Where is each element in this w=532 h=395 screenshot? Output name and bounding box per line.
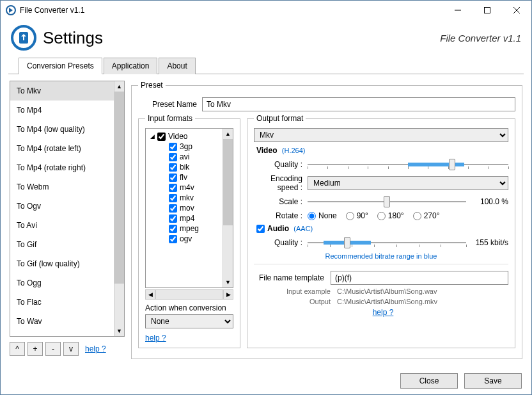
input-example-value: C:\Music\Artist\Album\Song.wav: [337, 287, 437, 295]
move-up-button[interactable]: ^: [10, 342, 25, 356]
page-title: Settings: [43, 28, 103, 48]
tree-group-video[interactable]: ◢Video: [148, 131, 230, 141]
tree-item[interactable]: avi: [148, 152, 230, 162]
output-example-value: C:\Music\Artist\Album\Song.mkv: [337, 298, 437, 305]
list-item[interactable]: To Gif: [10, 235, 124, 254]
tab-bar: Conversion Presets Application About: [8, 57, 524, 74]
save-button[interactable]: Save: [464, 373, 522, 389]
output-format-fieldset: Output format Mkv Video (H.264) Quality …: [247, 114, 515, 348]
video-section-title: Video: [256, 146, 277, 155]
svg-rect-2: [485, 8, 490, 13]
input-formats-legend: Input formats: [145, 114, 195, 123]
preset-list-scrollbar[interactable]: ▲▼: [114, 81, 124, 336]
output-format-legend: Output format: [254, 114, 306, 123]
rotate-180[interactable]: 180°: [377, 211, 404, 220]
remove-button[interactable]: -: [45, 342, 61, 356]
list-item[interactable]: To Mp4 (rotate left): [10, 139, 124, 158]
tab-about[interactable]: About: [159, 58, 195, 74]
audio-section-title: Audio: [267, 224, 289, 233]
list-item[interactable]: To Mp4 (rotate right): [10, 158, 124, 177]
tree-item[interactable]: flv: [148, 172, 230, 182]
rotate-label: Rotate :: [254, 211, 308, 220]
preset-fieldset: Preset Preset Name Input formats ◢Video …: [131, 81, 522, 359]
filename-template-label: File name template: [254, 273, 331, 282]
output-format-select[interactable]: Mkv: [254, 128, 508, 142]
help-link[interactable]: help ?: [145, 334, 166, 343]
scale-label: Scale :: [254, 197, 308, 206]
tree-hscrollbar[interactable]: ◀▶: [145, 289, 233, 300]
action-label: Action when conversion: [145, 303, 233, 312]
input-formats-tree[interactable]: ◢Video 3gp avi bik flv m4v mkv mov mp4 m…: [145, 128, 233, 288]
preset-name-label: Preset Name: [138, 100, 202, 109]
rotate-radios: None 90° 180° 270°: [308, 211, 508, 220]
close-button[interactable]: [502, 1, 531, 20]
audio-enable-checkbox[interactable]: [256, 225, 265, 233]
audio-quality-slider[interactable]: [308, 236, 466, 250]
video-codec-label: (H.264): [282, 147, 306, 154]
list-item[interactable]: To Flac: [10, 293, 124, 312]
brand-label: File Converter v1.1: [103, 33, 521, 44]
input-formats-fieldset: Input formats ◢Video 3gp avi bik flv m4v…: [138, 114, 240, 348]
app-icon: [6, 5, 16, 15]
input-example-label: Input example: [254, 287, 337, 295]
tree-item[interactable]: mpeg: [148, 223, 230, 234]
tree-item[interactable]: mp4: [148, 213, 230, 223]
maximize-button[interactable]: [473, 1, 502, 20]
list-item[interactable]: To Gif (low quality): [10, 254, 124, 273]
encoding-speed-label: Encoding speed :: [254, 174, 308, 192]
add-button[interactable]: +: [27, 342, 43, 356]
list-item[interactable]: To Wav: [10, 312, 124, 331]
help-link[interactable]: help ?: [373, 308, 394, 317]
rotate-90[interactable]: 90°: [346, 211, 368, 220]
collapse-icon[interactable]: ◢: [148, 133, 156, 140]
list-item[interactable]: To Mp4 (low quality): [10, 120, 124, 139]
titlebar: File Converter v1.1: [1, 1, 531, 20]
list-item[interactable]: To Mp3: [10, 331, 124, 337]
audio-quality-label: Quality :: [254, 238, 308, 247]
move-down-button[interactable]: v: [63, 342, 79, 356]
tree-item[interactable]: mov: [148, 203, 230, 213]
list-item[interactable]: To Ogv: [10, 197, 124, 216]
header: Settings File Converter v1.1: [1, 20, 531, 57]
window-title: File Converter v1.1: [20, 6, 443, 15]
video-quality-slider[interactable]: [308, 157, 508, 172]
encoding-speed-select[interactable]: Medium: [308, 176, 508, 190]
scale-slider[interactable]: [308, 195, 466, 209]
rotate-270[interactable]: 270°: [413, 211, 440, 220]
tree-scrollbar[interactable]: ▲▼: [223, 129, 233, 287]
tab-application[interactable]: Application: [104, 58, 158, 74]
audio-quality-value: 155 kbit/s: [470, 238, 508, 247]
minimize-button[interactable]: [443, 1, 473, 20]
tree-item[interactable]: m4v: [148, 182, 230, 193]
rotate-none[interactable]: None: [308, 211, 337, 220]
action-select[interactable]: None: [145, 314, 233, 328]
preset-legend: Preset: [138, 81, 166, 90]
list-item[interactable]: To Avi: [10, 216, 124, 235]
checkbox[interactable]: [157, 133, 166, 141]
tree-item[interactable]: 3gp: [148, 141, 230, 152]
scale-value: 100.0 %: [470, 197, 508, 206]
list-item[interactable]: To Ogg: [10, 273, 124, 293]
preset-name-input[interactable]: [202, 97, 515, 111]
close-button[interactable]: Close: [400, 373, 458, 389]
output-example-label: Output: [254, 298, 337, 305]
video-quality-label: Quality :: [254, 160, 308, 169]
preset-list[interactable]: To Mkv To Mp4 To Mp4 (low quality) To Mp…: [10, 81, 125, 337]
footer: Close Save: [0, 367, 532, 395]
tree-item[interactable]: bik: [148, 162, 230, 172]
tree-item[interactable]: mkv: [148, 193, 230, 203]
audio-codec-label: (AAC): [293, 225, 313, 232]
list-item[interactable]: To Mp4: [10, 101, 124, 120]
help-link[interactable]: help ?: [85, 344, 106, 353]
recommended-note: Recommended bitrate range in blue: [254, 252, 508, 260]
app-logo-icon: [11, 25, 36, 51]
tree-item[interactable]: ogv: [148, 234, 230, 244]
list-item[interactable]: To Webm: [10, 177, 124, 197]
tab-conversion-presets[interactable]: Conversion Presets: [19, 58, 102, 74]
filename-template-input[interactable]: [331, 271, 508, 285]
list-item[interactable]: To Mkv: [10, 81, 124, 101]
